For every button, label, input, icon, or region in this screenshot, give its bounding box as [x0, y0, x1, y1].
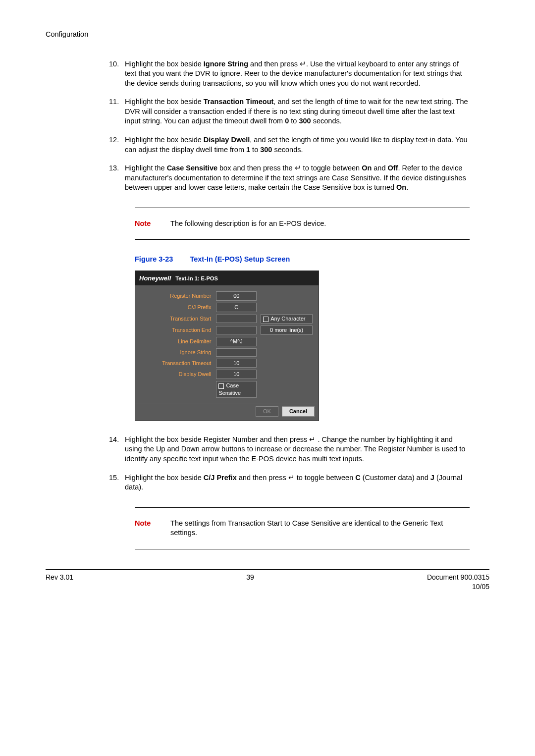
step-text: Highlight the box beside C/J Prefix and …	[125, 474, 462, 491]
window-title: Text-In 1: E-POS	[175, 275, 217, 281]
step-item: 13.Highlight the Case Sensitive box and …	[110, 163, 470, 193]
field-extra-value[interactable]: 0 more line(s)	[259, 324, 315, 336]
note-text: The settings from Transaction Start to C…	[170, 519, 466, 538]
epos-setup-screenshot: Honeywell Text-In 1: E-POS Register Numb…	[135, 270, 319, 421]
step-item: 11.Highlight the box beside Transaction …	[110, 97, 470, 126]
step-text: Highlight the box beside Register Number…	[125, 435, 465, 463]
field-extra-empty	[259, 369, 315, 380]
field-label: Ignore String	[139, 347, 214, 358]
field-extra-empty	[259, 290, 315, 302]
table-row: Transaction End0 more line(s)	[139, 324, 315, 336]
table-row: Transaction StartAny Character	[139, 313, 315, 324]
table-row: Display Dwell10	[139, 369, 315, 380]
field-value[interactable]: ^M^J	[214, 336, 259, 347]
step-number: 14.	[109, 435, 119, 445]
steps-list-2: 14.Highlight the box beside Register Num…	[110, 435, 470, 492]
screenshot-titlebar: Honeywell Text-In 1: E-POS	[135, 271, 319, 286]
field-label: Transaction Timeout	[139, 358, 214, 369]
step-item: 15.Highlight the box beside C/J Prefix a…	[110, 473, 470, 492]
case-sensitive-checkbox[interactable]: Case Sensitive	[214, 380, 259, 399]
footer-page: 39	[246, 573, 254, 592]
step-number: 10.	[109, 59, 119, 69]
checkbox-icon[interactable]	[218, 383, 224, 389]
field-value[interactable]: C	[214, 302, 259, 313]
note-label: Note	[135, 519, 168, 529]
screenshot-body: Register Number00C/J PrefixCTransaction …	[135, 285, 319, 403]
step-text: Highlight the box beside Ignore String a…	[125, 60, 462, 87]
screenshot-buttons: OK Cancel	[135, 403, 319, 421]
table-row: Case Sensitive	[139, 380, 315, 399]
footer-doc: Document 900.0315 10/05	[427, 573, 489, 592]
field-label: Display Dwell	[139, 369, 214, 380]
note-block-2: Note The settings from Transaction Start…	[135, 507, 470, 549]
step-number: 12.	[109, 135, 119, 145]
table-row: Line Delimiter^M^J	[139, 336, 315, 347]
step-text: Highlight the box beside Display Dwell, …	[125, 136, 468, 154]
figure-label: Figure 3-23	[135, 255, 173, 263]
section-title: Configuration	[46, 30, 88, 38]
field-value[interactable]	[214, 313, 259, 324]
field-label: Transaction End	[139, 324, 214, 336]
steps-list: 10.Highlight the box beside Ignore Strin…	[110, 59, 470, 193]
field-label: C/J Prefix	[139, 302, 214, 313]
brand-logo: Honeywell	[139, 274, 171, 282]
figure-title: Text-In (E-POS) Setup Screen	[190, 255, 290, 263]
cancel-button[interactable]: Cancel	[282, 406, 315, 417]
step-text: Highlight the Case Sensitive box and the…	[125, 164, 466, 191]
field-label: Register Number	[139, 290, 214, 302]
checkbox-icon[interactable]	[263, 317, 268, 322]
settings-table: Register Number00C/J PrefixCTransaction …	[139, 290, 315, 399]
field-value[interactable]: 10	[214, 369, 259, 380]
field-extra-empty	[259, 302, 315, 313]
field-label: Transaction Start	[139, 313, 214, 324]
field-value[interactable]: 00	[214, 290, 259, 302]
field-value[interactable]	[214, 324, 259, 336]
step-number: 13.	[109, 163, 119, 173]
figure-caption: Figure 3-23 Text-In (E-POS) Setup Screen	[135, 255, 470, 265]
step-item: 10.Highlight the box beside Ignore Strin…	[110, 59, 470, 89]
field-extra-checkbox[interactable]: Any Character	[259, 313, 315, 324]
note-text: The following description is for an E-PO…	[170, 219, 466, 229]
step-item: 14.Highlight the box beside Register Num…	[110, 435, 470, 464]
footer-rev: Rev 3.01	[46, 573, 73, 592]
table-row: Transaction Timeout10	[139, 358, 315, 369]
table-row: Ignore String	[139, 347, 315, 358]
field-value[interactable]	[214, 347, 259, 358]
field-extra-empty	[259, 347, 315, 358]
field-extra-empty	[259, 358, 315, 369]
field-value[interactable]: 10	[214, 358, 259, 369]
table-row: Register Number00	[139, 290, 315, 302]
step-number: 15.	[109, 473, 119, 483]
table-row: C/J PrefixC	[139, 302, 315, 313]
page-footer: Rev 3.01 39 Document 900.0315 10/05	[46, 569, 489, 592]
field-label: Line Delimiter	[139, 336, 214, 347]
page-header: Configuration	[46, 30, 489, 40]
note-block-1: Note The following description is for an…	[135, 208, 470, 240]
main-content: 10.Highlight the box beside Ignore Strin…	[110, 59, 470, 549]
step-item: 12.Highlight the box beside Display Dwel…	[110, 135, 470, 155]
field-extra-empty	[259, 336, 315, 347]
step-number: 11.	[109, 97, 119, 107]
step-text: Highlight the box beside Transaction Tim…	[125, 98, 468, 125]
ok-button[interactable]: OK	[256, 406, 278, 417]
note-label: Note	[135, 219, 168, 229]
